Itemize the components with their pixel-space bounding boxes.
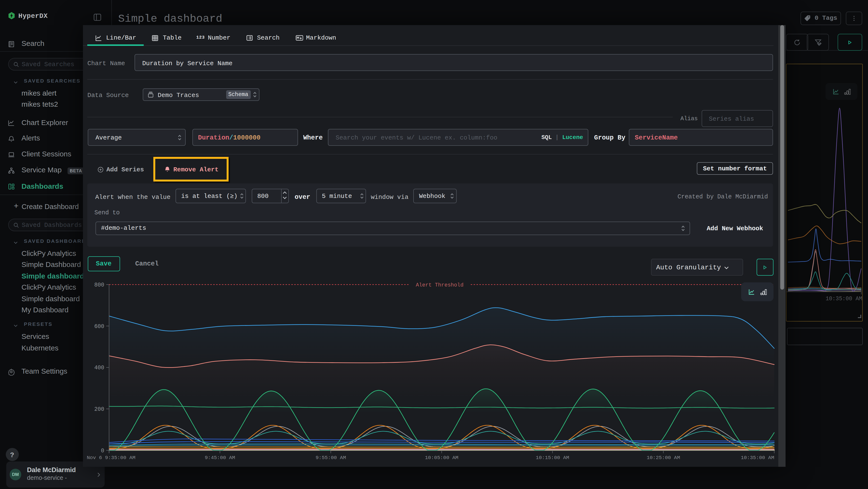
svg-text:9:55:00 AM: 9:55:00 AM [315, 455, 346, 461]
svg-text:600: 600 [94, 323, 104, 330]
svg-text:9:45:00 AM: 9:45:00 AM [205, 455, 235, 461]
svg-text:10:25:00 AM: 10:25:00 AM [646, 455, 680, 461]
svg-text:Alert Threshold: Alert Threshold [415, 282, 463, 288]
svg-text:200: 200 [94, 406, 104, 412]
svg-text:Nov 6 9:35:00 AM: Nov 6 9:35:00 AM [87, 455, 135, 461]
svg-text:10:15:00 AM: 10:15:00 AM [535, 455, 569, 461]
svg-text:10:35:00 AM: 10:35:00 AM [740, 455, 774, 461]
svg-text:10:05:00 AM: 10:05:00 AM [425, 455, 458, 461]
svg-text:10:35:00 AM: 10:35:00 AM [826, 296, 862, 302]
svg-text:400: 400 [94, 365, 104, 371]
svg-text:0: 0 [101, 448, 104, 454]
svg-text:800: 800 [94, 282, 104, 288]
